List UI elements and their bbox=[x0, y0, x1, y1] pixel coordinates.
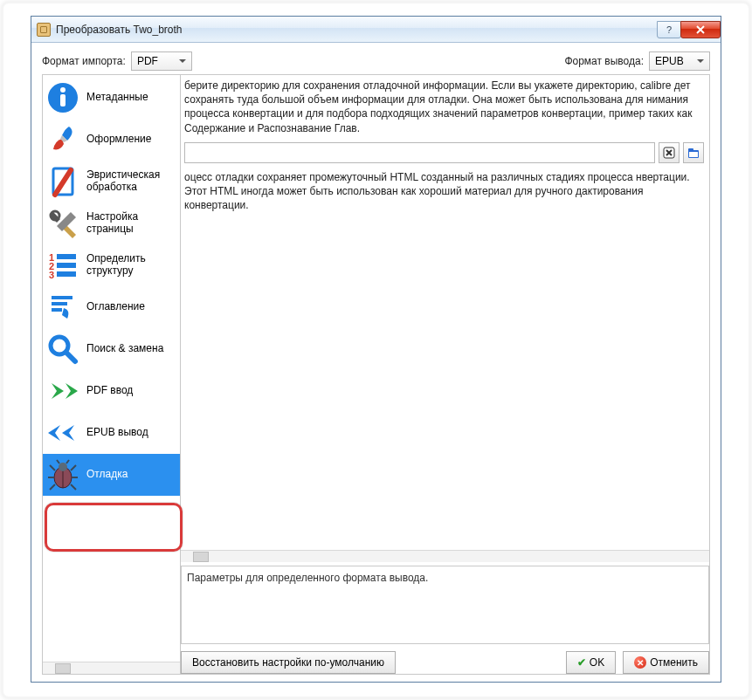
sidebar-item-toc[interactable]: Оглавление bbox=[43, 286, 180, 328]
window-title: Преобразовать Two_broth bbox=[56, 24, 183, 36]
arrow-in-icon bbox=[45, 374, 81, 408]
svg-rect-20 bbox=[688, 148, 693, 151]
clear-path-button[interactable] bbox=[659, 142, 680, 163]
sidebar-item-label: Поиск & замена bbox=[86, 343, 163, 355]
svg-rect-8 bbox=[57, 254, 76, 259]
sidebar-item-look[interactable]: Оформление bbox=[43, 119, 180, 161]
sidebar-item-debug[interactable]: Отладка bbox=[43, 454, 180, 496]
sidebar-item-label: Оформление bbox=[86, 134, 151, 146]
sidebar-item-page-setup[interactable]: Настройка страницы bbox=[43, 202, 180, 244]
svg-rect-12 bbox=[52, 302, 67, 305]
close-button[interactable] bbox=[680, 21, 721, 38]
titlebar: Преобразовать Two_broth ? bbox=[31, 17, 721, 43]
search-icon bbox=[45, 332, 81, 367]
tools-icon bbox=[45, 206, 81, 241]
cancel-button[interactable]: ✕Отменить bbox=[623, 651, 709, 674]
sidebar-item-label: Отладка bbox=[86, 469, 128, 481]
sidebar-item-search-replace[interactable]: Поиск & замена bbox=[43, 328, 180, 370]
cancel-icon: ✕ bbox=[634, 656, 646, 669]
output-format-select[interactable]: EPUB bbox=[649, 51, 710, 71]
sidebar-item-metadata[interactable]: Метаданные bbox=[43, 77, 180, 119]
svg-rect-13 bbox=[52, 308, 62, 312]
sidebar: Метаданные Оформление Эвристическая обра… bbox=[43, 75, 180, 662]
brush-icon bbox=[45, 122, 81, 157]
bug-icon bbox=[45, 457, 81, 492]
sidebar-item-pdf-input[interactable]: PDF ввод bbox=[43, 370, 180, 412]
svg-point-1 bbox=[60, 87, 66, 93]
list-icon: 123 bbox=[45, 248, 81, 283]
svg-rect-10 bbox=[57, 271, 76, 277]
format-description-box: Параметры для определенного формата выво… bbox=[181, 566, 709, 644]
sidebar-scrollbar[interactable] bbox=[43, 662, 180, 674]
svg-point-17 bbox=[59, 463, 67, 471]
sidebar-item-label: Эвристическая обработка bbox=[86, 169, 176, 194]
sidebar-item-label: PDF ввод bbox=[86, 385, 133, 397]
sidebar-item-label: EPUB вывод bbox=[86, 427, 148, 439]
arrow-out-icon bbox=[45, 415, 81, 450]
ok-button[interactable]: ✔OK bbox=[566, 651, 616, 674]
main-scrollbar[interactable] bbox=[181, 550, 709, 562]
output-format-label: Формат вывода: bbox=[564, 55, 644, 67]
help-button[interactable]: ? bbox=[657, 21, 681, 38]
svg-rect-2 bbox=[60, 94, 66, 106]
debug-path-input[interactable] bbox=[184, 142, 655, 163]
import-format-label: Формат импорта: bbox=[42, 55, 126, 67]
svg-rect-11 bbox=[52, 296, 72, 299]
browse-path-button[interactable] bbox=[683, 142, 704, 163]
sidebar-item-label: Определить структуру bbox=[86, 253, 176, 278]
app-icon bbox=[37, 23, 51, 37]
sidebar-item-label: Оглавление bbox=[86, 301, 145, 313]
import-format-select[interactable]: PDF bbox=[131, 51, 192, 71]
sidebar-item-structure[interactable]: 123 Определить структуру bbox=[43, 244, 180, 286]
document-edit-icon bbox=[45, 164, 81, 199]
debug-description-1: берите директорию для сохранения отладоч… bbox=[184, 79, 704, 135]
sidebar-item-label: Метаданные bbox=[86, 92, 148, 104]
svg-text:3: 3 bbox=[49, 270, 54, 280]
svg-rect-21 bbox=[689, 152, 698, 157]
info-icon bbox=[45, 80, 81, 115]
sidebar-item-epub-output[interactable]: EPUB вывод bbox=[43, 412, 180, 454]
restore-defaults-button[interactable]: Восстановить настройки по-умолчанию bbox=[181, 651, 396, 674]
check-icon: ✔ bbox=[577, 656, 586, 669]
sidebar-item-heuristic[interactable]: Эвристическая обработка bbox=[43, 161, 180, 202]
toc-icon bbox=[45, 290, 81, 325]
svg-rect-9 bbox=[57, 263, 76, 268]
sidebar-item-label: Настройка страницы bbox=[86, 211, 176, 236]
debug-description-2: оцесс отладки сохраняет промежуточный HT… bbox=[184, 170, 704, 213]
